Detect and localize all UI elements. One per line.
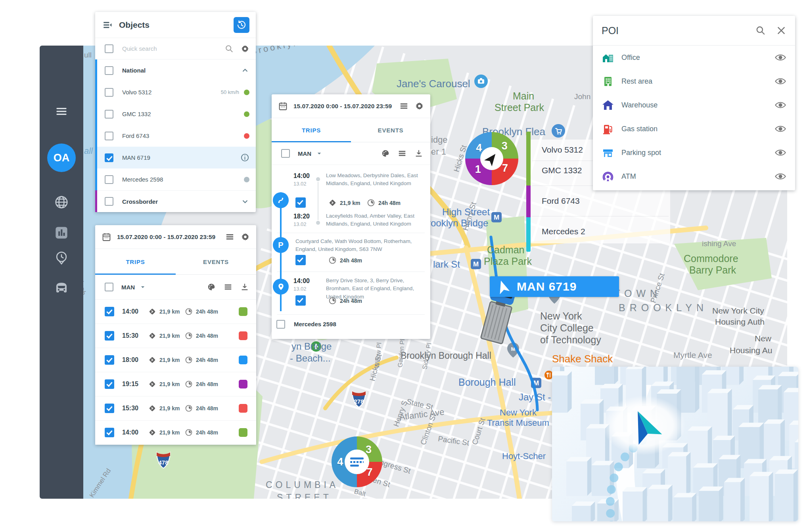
checkbox-checked[interactable] bbox=[105, 307, 114, 316]
tab-trips[interactable]: TRIPS bbox=[95, 249, 176, 274]
sidebar-item-map[interactable] bbox=[40, 195, 83, 210]
list-item[interactable]: Mercedes 2 bbox=[542, 227, 585, 236]
list-icon[interactable] bbox=[225, 232, 234, 241]
gear-icon[interactable] bbox=[415, 101, 424, 111]
vehicle-row[interactable]: GMC 1332 bbox=[95, 103, 256, 125]
checkbox-checked[interactable] bbox=[105, 404, 114, 413]
info-icon[interactable] bbox=[240, 153, 249, 162]
poi-row[interactable]: Rest area bbox=[593, 69, 795, 93]
checkbox[interactable] bbox=[105, 44, 113, 53]
calendar-icon[interactable] bbox=[278, 101, 288, 111]
history-button[interactable] bbox=[234, 17, 249, 33]
poi-row[interactable]: Warehouse bbox=[593, 93, 795, 117]
trip-color-swatch[interactable] bbox=[239, 331, 247, 340]
checkbox-checked[interactable] bbox=[295, 255, 306, 265]
checkbox-checked[interactable] bbox=[105, 428, 114, 437]
checkbox-checked[interactable] bbox=[105, 331, 114, 341]
search-icon[interactable] bbox=[225, 44, 234, 53]
checkbox[interactable] bbox=[105, 66, 113, 75]
eye-icon[interactable] bbox=[774, 75, 786, 87]
search-icon[interactable] bbox=[755, 25, 766, 36]
trip-row[interactable]: 18:0021,9 km24h 48m bbox=[95, 348, 256, 372]
list-item[interactable]: Volvo 5312 bbox=[542, 145, 583, 155]
checkbox[interactable] bbox=[276, 320, 285, 329]
list-icon[interactable] bbox=[399, 101, 408, 111]
list-icon[interactable] bbox=[224, 283, 232, 291]
poi-row[interactable]: Office bbox=[593, 46, 795, 69]
sidebar-item-reports[interactable] bbox=[40, 226, 83, 240]
sidebar-item-history[interactable] bbox=[40, 250, 83, 265]
checkbox[interactable] bbox=[105, 132, 113, 140]
poi-row[interactable]: Gas station bbox=[593, 117, 795, 141]
calendar-icon[interactable] bbox=[102, 232, 111, 242]
caret-down-icon[interactable] bbox=[315, 149, 323, 157]
close-icon[interactable] bbox=[776, 25, 786, 36]
eye-icon[interactable] bbox=[774, 99, 786, 111]
trip-row[interactable]: 15:3021,9 km24h 48m bbox=[95, 324, 256, 348]
palette-icon[interactable] bbox=[381, 149, 390, 158]
checkbox-checked[interactable] bbox=[105, 355, 114, 365]
trip-row[interactable]: 14:0021,9 km24h 48m bbox=[95, 300, 256, 324]
user-avatar[interactable]: OA bbox=[40, 144, 83, 172]
download-icon[interactable] bbox=[414, 149, 423, 158]
caret-down-icon[interactable] bbox=[139, 283, 147, 291]
download-icon[interactable] bbox=[240, 283, 249, 291]
eye-icon[interactable] bbox=[774, 147, 786, 159]
poi-row[interactable]: ATM bbox=[593, 165, 795, 188]
vehicle-row-selected[interactable]: MAN 6719 bbox=[95, 147, 256, 168]
vehicle-row[interactable]: Ford 6743 bbox=[95, 125, 256, 147]
palette-icon[interactable] bbox=[207, 283, 216, 291]
map-label: idge bbox=[431, 135, 448, 145]
eye-icon[interactable] bbox=[774, 170, 786, 182]
poi-row[interactable]: Parking spot bbox=[593, 141, 795, 165]
group-row-crossborder[interactable]: Crossborder bbox=[95, 190, 256, 212]
gear-icon[interactable] bbox=[241, 44, 249, 53]
trip-color-swatch[interactable] bbox=[239, 404, 247, 413]
list-icon[interactable] bbox=[398, 149, 406, 158]
checkbox[interactable] bbox=[105, 175, 113, 184]
chevron-down-icon[interactable] bbox=[241, 197, 249, 206]
gear-icon[interactable] bbox=[241, 232, 250, 241]
vehicle-select[interactable]: MAN bbox=[298, 150, 311, 157]
trip-color-swatch[interactable] bbox=[239, 356, 247, 364]
checkbox-checked[interactable] bbox=[295, 295, 306, 306]
checkbox-checked[interactable] bbox=[105, 379, 114, 389]
search-input[interactable]: Quick search bbox=[122, 45, 225, 52]
collapse-menu-icon[interactable] bbox=[102, 20, 113, 30]
checkbox[interactable] bbox=[105, 283, 113, 291]
trips-panel: 15.07.2020 0:00 - 15.07.2020 23:59 TRIPS… bbox=[95, 225, 256, 445]
checkbox[interactable] bbox=[105, 110, 113, 119]
vehicle-row[interactable]: Volvo 5312 50 km/h bbox=[95, 81, 256, 103]
main-menu-button[interactable] bbox=[40, 106, 83, 117]
cluster-marker-bottom[interactable]: 3 7 4 bbox=[332, 436, 382, 487]
checkbox[interactable] bbox=[281, 149, 290, 158]
trip-color-swatch[interactable] bbox=[239, 380, 247, 388]
cluster-marker-top[interactable]: 4 3 7 1 bbox=[465, 132, 518, 185]
vehicle-select[interactable]: MAN bbox=[121, 284, 135, 291]
group-row-national[interactable]: National bbox=[95, 59, 256, 81]
tab-events[interactable]: EVENTS bbox=[176, 249, 256, 274]
list-item[interactable]: GMC 1332 bbox=[542, 166, 582, 175]
eye-icon[interactable] bbox=[774, 123, 786, 135]
tab-events[interactable]: EVENTS bbox=[351, 118, 430, 142]
trip-color-swatch[interactable] bbox=[239, 307, 247, 316]
trip-row[interactable]: 14:0021,9 km24h 48m bbox=[95, 421, 256, 445]
eye-icon[interactable] bbox=[774, 52, 786, 63]
checkbox[interactable] bbox=[105, 197, 113, 206]
vehicle-row[interactable]: Mercedes 2598 bbox=[95, 168, 256, 190]
checkbox[interactable] bbox=[105, 88, 113, 97]
trip-row[interactable]: 15:3021,9 km24h 48m bbox=[95, 396, 256, 421]
tab-trips[interactable]: TRIPS bbox=[272, 118, 351, 142]
sidebar-item-fleet[interactable] bbox=[40, 280, 83, 294]
trip-row[interactable]: 19:1521,9 km24h 48m bbox=[95, 372, 256, 396]
date-range[interactable]: 15.07.2020 0:00 - 15.07.2020 23:59 bbox=[117, 233, 225, 241]
list-item[interactable]: Ford 6743 bbox=[542, 196, 580, 206]
date-range[interactable]: 15.07.2020 0:00 - 15.07.2020 23:59 bbox=[293, 103, 399, 110]
rest-area-icon bbox=[602, 75, 614, 88]
chevron-up-icon[interactable] bbox=[241, 66, 249, 75]
trip-color-swatch[interactable] bbox=[239, 428, 247, 437]
selected-vehicle-badge[interactable]: MAN 6719 bbox=[490, 276, 619, 297]
checkbox-checked[interactable] bbox=[105, 153, 113, 162]
vehicle-label[interactable]: Mercedes 2598 bbox=[294, 321, 336, 327]
checkbox-checked[interactable] bbox=[295, 197, 306, 208]
